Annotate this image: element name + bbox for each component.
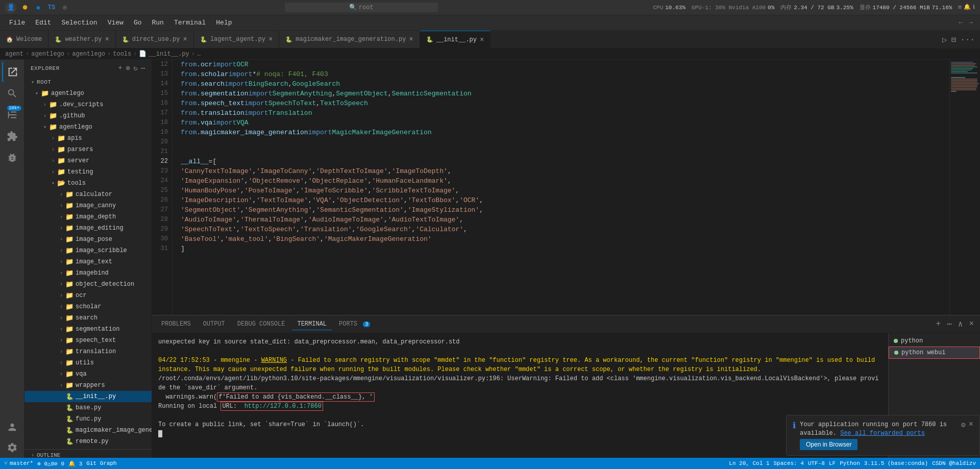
git-branch[interactable]: ⑂ master* (4, 460, 33, 466)
sidebar-item-image-scribble[interactable]: › 📁 image_scribble (24, 245, 152, 256)
menu-file[interactable]: File (5, 18, 29, 28)
code-editor[interactable]: from .ocr import OCR from .scholar impor… (173, 60, 949, 315)
sidebar-item-vqa[interactable]: › 📁 vqa (24, 368, 152, 380)
sidebar-item-image-canny[interactable]: › 📁 image_canny (24, 200, 152, 211)
menu-edit[interactable]: Edit (31, 18, 55, 28)
nav-forward-btn[interactable]: → (967, 19, 975, 27)
sidebar-item-segmentation[interactable]: › 📁 segmentation (24, 324, 152, 335)
sidebar-item-magicmaker-py[interactable]: 🐍 magicmaker_image_generation.py (24, 425, 152, 436)
sidebar-item-ocr[interactable]: › 📁 ocr (24, 290, 152, 301)
sidebar-item-speech-text[interactable]: › 📁 speech_text (24, 335, 152, 346)
breadcrumb-initpy[interactable]: __init__.py (149, 51, 189, 58)
notification-link[interactable]: See all forwarded ports (840, 430, 925, 437)
tab-direct-use[interactable]: 🐍 direct_use.py × (116, 31, 194, 48)
sidebar-header-icons[interactable]: + ⊕ ↻ ⋯ (118, 64, 145, 72)
sidebar-item-imagebind[interactable]: › 📁 imagebind (24, 267, 152, 279)
menu-help[interactable]: Help (212, 18, 236, 28)
terminal-tab-debug[interactable]: DEBUG CONSOLE (232, 318, 290, 330)
menu-view[interactable]: View (104, 18, 128, 28)
tab-welcome[interactable]: 🏠 Welcome (0, 31, 48, 48)
open-in-browser-button[interactable]: Open in Browser (800, 439, 857, 450)
sidebar-item-init-py[interactable]: 🐍 __init__.py (24, 391, 152, 402)
sidebar-outline[interactable]: › OUTLINE (24, 450, 152, 458)
split-editor-btn[interactable]: ⊟ (950, 34, 958, 46)
activity-search[interactable] (2, 83, 22, 104)
notification-settings-icon[interactable]: ⚙ (961, 421, 965, 429)
title-bar-actions[interactable]: ← → (957, 19, 975, 27)
sidebar-item-image-depth[interactable]: › 📁 image_depth (24, 211, 152, 223)
terminal-tab-problems[interactable]: PROBLEMS (156, 318, 196, 330)
menu-selection[interactable]: Selection (57, 18, 101, 28)
run-btn[interactable]: ▷ (941, 34, 948, 46)
encoding[interactable]: UTF-8 (808, 460, 825, 466)
tab-lagent[interactable]: 🐍 lagent_agent.py × (194, 31, 279, 48)
terminal-session-webui[interactable]: python webui (889, 347, 980, 359)
sidebar-item-calculator[interactable]: › 📁 calculator (24, 189, 152, 200)
breadcrumb-agent[interactable]: agent (5, 51, 23, 58)
sidebar-item-object-detection[interactable]: › 📁 object_detection (24, 279, 152, 290)
sidebar-item-agentlego-inner[interactable]: ▾ 📁 agentlego (24, 121, 152, 133)
breadcrumb-ellipsis[interactable]: … (197, 51, 201, 58)
cursor-position[interactable]: Ln 20, Col 1 (729, 460, 769, 466)
spaces[interactable]: Spaces: 4 (774, 460, 804, 466)
tab-magicmaker[interactable]: 🐍 magicmaker_image_generation.py × (279, 31, 420, 48)
activity-settings[interactable] (2, 437, 22, 458)
sidebar-item-image-text[interactable]: › 📁 image_text (24, 256, 152, 267)
sidebar-item-parsers[interactable]: › 📁 parsers (24, 144, 152, 155)
sidebar-item-testing[interactable]: › 📁 testing (24, 166, 152, 178)
notification-close-btn[interactable]: × (968, 421, 973, 429)
more-actions-btn[interactable]: ··· (959, 34, 976, 45)
sidebar-item-agentlego[interactable]: ▾ 📁 agentlego (24, 88, 152, 99)
sidebar-item-remote-py[interactable]: 🐍 remote.py (24, 436, 152, 447)
nav-back-btn[interactable]: ← (957, 19, 965, 27)
tab-direct-use-close[interactable]: × (183, 36, 187, 43)
terminal-add-btn[interactable]: + (934, 319, 943, 329)
sidebar-item-image-editing[interactable]: › 📁 image_editing (24, 223, 152, 234)
activity-git[interactable]: 10k+ (2, 105, 22, 125)
sidebar-root[interactable]: ▾ ROOT (24, 77, 152, 88)
tab-weather[interactable]: 🐍 weather.py × (48, 31, 115, 48)
sidebar-item-apis[interactable]: › 📁 apis (24, 133, 152, 144)
sidebar-item-base-py[interactable]: 🐍 base.py (24, 402, 152, 413)
sidebar-item-translation[interactable]: › 📁 translation (24, 346, 152, 357)
tab-weather-close[interactable]: × (105, 36, 109, 43)
sidebar-item-search[interactable]: › 📁 search (24, 312, 152, 324)
sidebar-item-github[interactable]: › 📁 .github (24, 110, 152, 121)
terminal-more-btn[interactable]: ⋯ (945, 319, 954, 329)
error-warning[interactable]: ⊗ 0△0⊘ 0 (37, 460, 64, 467)
tab-lagent-close[interactable]: × (268, 36, 273, 43)
terminal-session-python[interactable]: python (889, 335, 980, 347)
terminal-chevron-up-btn[interactable]: ∧ (956, 319, 965, 329)
line-endings[interactable]: LF (829, 460, 836, 466)
sidebar-item-wrappers[interactable]: › 📁 wrappers (24, 380, 152, 391)
terminal-tab-output[interactable]: OUTPUT (198, 318, 230, 330)
sidebar-item-image-pose[interactable]: › 📁 image_pose (24, 234, 152, 245)
sidebar-item-scholar[interactable]: › 📁 scholar (24, 301, 152, 312)
breadcrumb-agentlego2[interactable]: agentlego (72, 51, 105, 58)
sidebar-item-tools[interactable]: ▾ 📂 tools (24, 178, 152, 189)
tab-init-close[interactable]: × (480, 36, 484, 43)
window-split-icon[interactable]: ⊞ (958, 4, 962, 11)
activity-explorer[interactable] (2, 62, 22, 82)
tab-init[interactable]: 🐍 __init__.py × (420, 31, 491, 48)
menu-run[interactable]: Run (148, 18, 167, 28)
menu-go[interactable]: Go (130, 18, 146, 28)
collapse-icon[interactable]: ⋯ (141, 64, 145, 72)
sidebar-item-utils[interactable]: › 📁 utils (24, 357, 152, 368)
python-version[interactable]: 3.11.5 (base:conda) (864, 460, 928, 466)
terminal-tab-terminal[interactable]: TERMINAL (292, 318, 332, 330)
search-bar[interactable]: 🔍 root (285, 3, 438, 12)
sidebar-item-server[interactable]: › 📁 server (24, 155, 152, 166)
git-graph[interactable]: Git Graph (86, 460, 116, 466)
sidebar-item-func-py[interactable]: 🐍 func.py (24, 413, 152, 425)
terminal-close-btn[interactable]: × (967, 319, 976, 329)
terminal-tab-ports[interactable]: PORTS 3 (334, 318, 375, 330)
tab-magicmaker-close[interactable]: × (409, 36, 413, 43)
window-min-icon[interactable]: 🔔 (964, 4, 971, 11)
sidebar-item-dev-scripts[interactable]: › 📁 .dev_scripts (24, 99, 152, 110)
activity-debug[interactable] (2, 147, 22, 168)
window-action-icons[interactable]: ⊞ 🔔 ℹ (958, 4, 975, 11)
menu-terminal[interactable]: Terminal (170, 18, 210, 28)
new-file-icon[interactable]: + (118, 64, 122, 72)
window-max-icon[interactable]: ℹ (973, 4, 975, 11)
